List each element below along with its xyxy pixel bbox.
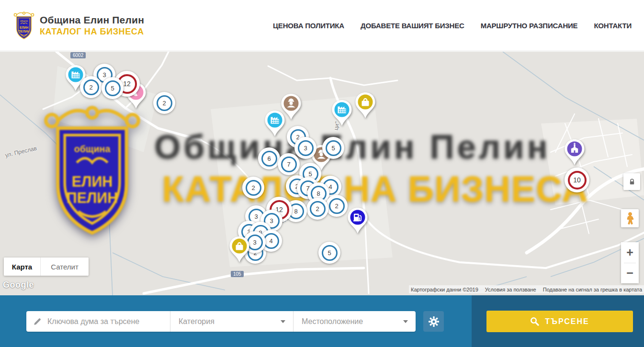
attribution-link[interactable]: Условия за ползване bbox=[485, 287, 536, 292]
gear-icon bbox=[428, 316, 440, 327]
cluster-marker[interactable]: 2 bbox=[306, 198, 328, 220]
location-select[interactable]: Местоположение bbox=[293, 311, 416, 332]
cluster-marker[interactable]: 5 bbox=[322, 137, 344, 159]
chevron-down-icon bbox=[281, 320, 285, 323]
cluster-marker[interactable]: 3 bbox=[294, 137, 316, 159]
site-subtitle: КАТАЛОГ НА БИЗНЕСА bbox=[40, 27, 144, 37]
cluster-marker[interactable]: 7 bbox=[278, 153, 300, 175]
search-button[interactable]: ТЪРСЕНЕ bbox=[486, 311, 633, 332]
svg-text:ЕЛИН: ЕЛИН bbox=[72, 173, 113, 190]
site-title: Община Елин Пелин bbox=[40, 14, 144, 26]
cluster-marker[interactable]: 5 bbox=[102, 77, 124, 99]
satellite-type-button[interactable]: Сателит bbox=[41, 257, 89, 276]
zoom-out-button[interactable]: − bbox=[621, 263, 639, 284]
map-type-button[interactable]: Карта bbox=[4, 257, 41, 276]
nav-link[interactable]: КОНТАКТИ bbox=[594, 22, 632, 30]
pegman-icon bbox=[625, 212, 635, 224]
map-type-control: Карта Сателит bbox=[4, 257, 89, 276]
lock-button[interactable] bbox=[623, 173, 640, 190]
bag-pin-marker[interactable] bbox=[355, 92, 376, 119]
category-select-label: Категория bbox=[170, 317, 215, 326]
pegman-button[interactable] bbox=[621, 209, 639, 227]
road-shield: 6002 bbox=[70, 52, 86, 58]
bag-icon bbox=[229, 236, 250, 263]
pencil-icon bbox=[33, 317, 42, 326]
factory-icon bbox=[264, 110, 285, 137]
map-canvas[interactable]: община ЕЛИН ПЕЛИН Община Елин Пелин КАТА… bbox=[0, 52, 644, 295]
zoom-control: + − bbox=[621, 242, 639, 283]
watermark-subtitle: КАТАЛОГ НА БИЗНЕСА bbox=[162, 168, 588, 210]
attribution-text: Картографски данни ©2019 bbox=[411, 287, 478, 292]
svg-text:община: община bbox=[74, 144, 111, 154]
main-nav: ЦЕНОВА ПОЛИТИКАДОБАВЕТЕ ВАШИЯТ БИЗНЕСМАР… bbox=[273, 22, 632, 30]
cluster-marker[interactable]: 2 bbox=[242, 177, 264, 199]
page: община ЕЛИН ПЕЛИН Община Елин Пелин КАТА… bbox=[0, 0, 644, 347]
watermark-title: Община Елин Пелин bbox=[154, 127, 551, 166]
category-select[interactable]: Категория bbox=[170, 311, 293, 332]
lock-icon bbox=[628, 178, 636, 186]
svg-text:ПЕЛИН: ПЕЛИН bbox=[67, 190, 118, 206]
fuel-icon bbox=[347, 207, 368, 234]
cluster-marker[interactable]: 6 bbox=[258, 147, 280, 169]
church-pin-marker[interactable] bbox=[564, 139, 585, 166]
nav-link[interactable]: МАРШРУТНО РАЗПИСАНИЕ bbox=[481, 22, 578, 30]
bag-pin-marker[interactable] bbox=[229, 236, 250, 263]
cluster-marker[interactable]: 2 bbox=[153, 92, 175, 114]
header: община ЕЛИН ПЕЛИН Община Елин Пелин КАТА… bbox=[0, 0, 644, 51]
factory-pin-marker[interactable] bbox=[331, 100, 352, 126]
search-bar: Категория Местоположение bbox=[0, 295, 644, 347]
watermark-crest: община ЕЛИН ПЕЛИН bbox=[41, 102, 144, 240]
chevron-down-icon bbox=[403, 320, 408, 323]
cluster-marker[interactable]: 2 bbox=[326, 195, 348, 217]
nav-link[interactable]: ДОБАВЕТЕ ВАШИЯТ БИЗНЕС bbox=[361, 22, 464, 30]
keyword-input[interactable] bbox=[26, 311, 170, 332]
attribution-link[interactable]: Подаване на сигнал за грешка в картата bbox=[543, 287, 642, 292]
nav-link[interactable]: ЦЕНОВА ПОЛИТИКА bbox=[273, 22, 344, 30]
brand[interactable]: община ЕЛИН ПЕЛИН Община Елин Пелин КАТА… bbox=[13, 11, 144, 40]
brand-text: Община Елин Пелин КАТАЛОГ НА БИЗНЕСА bbox=[40, 14, 144, 37]
search-icon bbox=[530, 317, 539, 326]
svg-text:община: община bbox=[20, 20, 28, 22]
factory-pin-marker[interactable] bbox=[264, 110, 285, 137]
fuel-pin-marker[interactable] bbox=[347, 207, 368, 234]
location-select-label: Местоположение bbox=[294, 317, 363, 326]
map-attribution: Картографски данни ©2019Условия за ползв… bbox=[409, 285, 644, 293]
road-shield: 105 bbox=[231, 271, 244, 277]
cluster-marker[interactable]: 5 bbox=[318, 242, 340, 264]
search-bar-right-panel: ТЪРСЕНЕ bbox=[472, 295, 644, 347]
search-fields: Категория Местоположение bbox=[26, 311, 416, 332]
svg-text:ЕЛИН: ЕЛИН bbox=[20, 26, 29, 29]
bag-icon bbox=[355, 92, 376, 119]
keyword-field bbox=[26, 311, 170, 332]
zoom-in-button[interactable]: + bbox=[621, 242, 639, 263]
cluster-marker[interactable]: 10 bbox=[565, 168, 589, 192]
google-logo[interactable]: Google bbox=[3, 280, 34, 290]
municipality-crest-logo: община ЕЛИН ПЕЛИН bbox=[13, 11, 35, 40]
factory-icon bbox=[331, 100, 352, 126]
advanced-search-button[interactable] bbox=[423, 311, 444, 332]
search-button-label: ТЪРСЕНЕ bbox=[545, 317, 589, 326]
church-icon bbox=[564, 139, 585, 166]
svg-text:ПЕЛИН: ПЕЛИН bbox=[19, 29, 30, 33]
cluster-marker[interactable]: 2 bbox=[80, 76, 102, 98]
